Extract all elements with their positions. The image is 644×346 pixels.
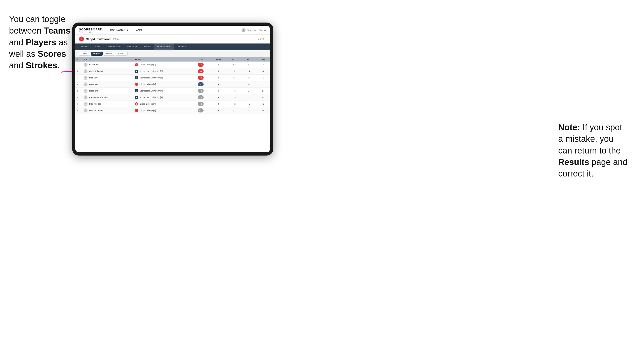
- team-logo: C: [135, 109, 138, 112]
- score-badge: E: [198, 82, 204, 86]
- team-logo: C: [135, 102, 138, 106]
- toggle-teams-button[interactable]: Teams: [79, 52, 90, 56]
- toggle-scores-button[interactable]: Scores: [104, 52, 115, 56]
- score-badge: -4: [198, 69, 204, 73]
- table-row: 7 Blair McHarg C Clippd College [A] +8 F…: [76, 101, 270, 107]
- player-cell: Rees Britt: [82, 88, 133, 94]
- rd2-cell: E: [242, 88, 256, 94]
- right-annotation: Note: If you spot a mistake, you can ret…: [558, 122, 635, 179]
- rd2-cell: -4: [242, 81, 256, 88]
- player-avatar: [84, 76, 88, 80]
- rd3-cell: E: [256, 88, 270, 94]
- rd1-cell: +5: [227, 94, 242, 101]
- table-row: 3 Rich Butler ■ Scoreboard University [A…: [76, 75, 270, 81]
- toggle-strokes-button[interactable]: Strokes: [116, 52, 128, 56]
- player-avatar: [84, 89, 88, 93]
- tablet-screen: SCOREBOARD Powered by clippd TOURNAMENTS…: [76, 26, 270, 152]
- logo-sub: Powered by clippd: [79, 31, 102, 33]
- tab-teams[interactable]: Teams: [91, 43, 104, 50]
- rd1-cell: +1: [227, 88, 242, 94]
- rd1-cell: +1: [227, 75, 242, 81]
- player-avatar: [84, 63, 88, 67]
- col-player: PLAYER: [82, 57, 133, 62]
- team-name: Scoreboard University [A]: [140, 90, 162, 92]
- player-cell: David Ford: [82, 81, 133, 88]
- sign-out-link[interactable]: Sign out: [259, 29, 266, 31]
- score-badge: -8: [198, 63, 204, 67]
- svg-point-2: [242, 31, 245, 32]
- leaderboard-table: # PLAYER TEAM TOTAL THRU RD1 RD2 RD3 1 E: [76, 57, 270, 152]
- rd3-cell: -1: [256, 94, 270, 101]
- total-cell: +8: [191, 101, 210, 107]
- player-name: Rich Butler: [90, 77, 99, 79]
- col-total: TOTAL: [191, 57, 210, 62]
- team-name: Clippd College [A]: [140, 109, 156, 112]
- tab-course-setup[interactable]: Course Setup: [104, 43, 123, 50]
- tab-details[interactable]: Details: [78, 43, 91, 50]
- thru-cell: F: [210, 101, 227, 107]
- rd3-cell: -1: [256, 75, 270, 81]
- svg-point-4: [84, 65, 87, 67]
- team-name: Clippd College [A]: [140, 64, 156, 66]
- player-name: Chris Robertson: [90, 70, 104, 72]
- svg-point-18: [84, 111, 87, 113]
- rd2-cell: -2: [242, 75, 256, 81]
- cancel-button[interactable]: Cancel ✕: [257, 38, 266, 40]
- player-cell: Marcus Turners: [82, 107, 133, 114]
- nav-links: TOURNAMENTS TEAMS: [107, 26, 242, 35]
- col-rd1: RD1: [227, 57, 242, 62]
- nav-tournaments[interactable]: TOURNAMENTS: [107, 26, 131, 35]
- rank-cell: 6: [76, 94, 82, 101]
- team-logo: C: [135, 63, 138, 66]
- total-cell: +11: [191, 107, 210, 114]
- nav-teams[interactable]: TEAMS: [132, 26, 146, 35]
- tab-printables[interactable]: Printables: [174, 43, 190, 50]
- thru-cell: F: [210, 94, 227, 101]
- tab-tee-groups[interactable]: Tee Groups: [123, 43, 140, 50]
- player-name: Elliot Ebert: [90, 64, 99, 66]
- team-name: Clippd College [A]: [140, 83, 156, 85]
- table-row: 8 Marcus Turners C Clippd College [A] +1…: [76, 107, 270, 114]
- thru-cell: F: [210, 75, 227, 81]
- avatar: [242, 28, 246, 32]
- table-row: 2 Chris Robertson ■ Scoreboard Universit…: [76, 68, 270, 75]
- team-logo: ■: [135, 70, 138, 73]
- score-badge: +11: [198, 108, 204, 113]
- col-rank: #: [76, 57, 82, 62]
- tab-results[interactable]: Results: [140, 43, 154, 50]
- player-name: Marcus Turners: [90, 109, 104, 112]
- rank-cell: 3: [76, 75, 82, 81]
- user-name: Test User |: [248, 29, 257, 31]
- rd3-cell: -4: [256, 68, 270, 75]
- svg-point-16: [84, 105, 87, 106]
- score-badge: -2: [198, 76, 204, 80]
- player-cell: Chris Robertson: [82, 68, 133, 75]
- tablet-frame: SCOREBOARD Powered by clippd TOURNAMENTS…: [72, 22, 273, 156]
- tournament-name: Clippd Invitational: [86, 37, 111, 41]
- svg-point-13: [85, 96, 86, 98]
- team-cell: ■ Scoreboard University [A]: [133, 94, 192, 101]
- svg-point-3: [85, 63, 86, 65]
- svg-point-12: [84, 92, 87, 93]
- svg-point-17: [85, 109, 86, 111]
- total-cell: +6: [191, 94, 210, 101]
- table-row: 1 Elliot Ebert C Clippd College [A] -8 F…: [76, 62, 270, 68]
- team-cell: C Clippd College [A]: [133, 81, 192, 88]
- score-badge: +1: [198, 89, 204, 93]
- toggle-players-button[interactable]: Players: [91, 52, 103, 56]
- tab-leaderboards[interactable]: Leaderboards: [154, 43, 174, 50]
- rd2-cell: +7: [242, 107, 256, 114]
- team-cell: C Clippd College [A]: [133, 107, 192, 114]
- team-name: Scoreboard University [A]: [140, 77, 162, 79]
- rank-cell: 7: [76, 101, 82, 107]
- rd3-cell: -5: [256, 62, 270, 68]
- team-logo: ■: [135, 89, 138, 92]
- player-cell: Cameron Robertson: [82, 94, 133, 101]
- player-name: Rees Britt: [90, 90, 98, 92]
- thru-cell: F: [210, 68, 227, 75]
- rd3-cell: +3: [256, 81, 270, 88]
- team-cell: ■ Scoreboard University [A]: [133, 68, 192, 75]
- table-row: 6 Cameron Robertson ■ Scoreboard Univers…: [76, 94, 270, 101]
- col-thru: THRU: [210, 57, 227, 62]
- team-logo: ■: [135, 96, 138, 99]
